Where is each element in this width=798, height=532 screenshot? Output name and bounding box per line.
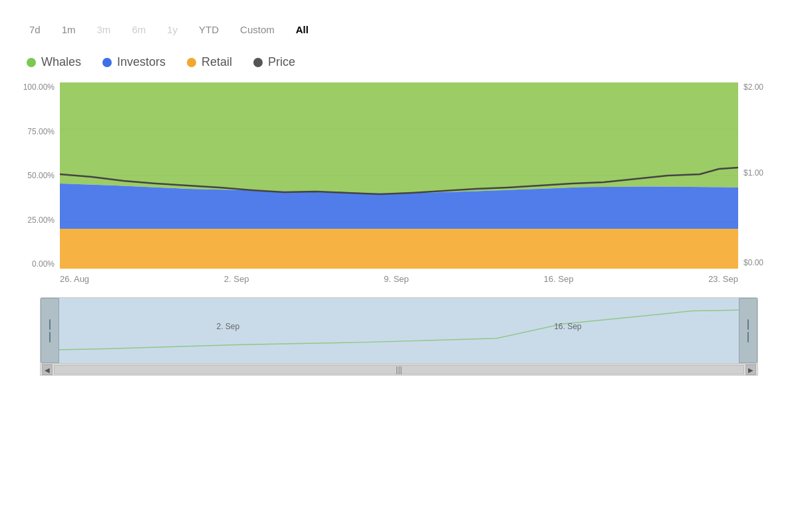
chart-area [60, 82, 738, 269]
y-axis-left-label: 50.00% [27, 171, 55, 180]
time-btn-7d[interactable]: 7d [20, 20, 50, 39]
legend-label-price: Price [268, 55, 295, 69]
scroll-left-arrow[interactable]: ◀ [42, 364, 53, 375]
legend-dot-price [253, 58, 263, 67]
y-axis-left: 100.00%75.00%50.00%25.00%0.00% [20, 82, 60, 269]
time-btn-1m[interactable]: 1m [53, 20, 85, 39]
legend-label-whales: Whales [41, 55, 81, 69]
y-axis-right-label: $1.00 [743, 168, 763, 178]
legend-dot-retail [187, 58, 196, 67]
legend-item-whales[interactable]: Whales [27, 55, 81, 69]
navigator-inner: 2. Sep16. Sep [40, 297, 758, 364]
x-axis-label: 9. Sep [384, 274, 409, 284]
y-axis-left-label: 0.00% [32, 259, 55, 269]
x-axis: 26. Aug2. Sep9. Sep16. Sep23. Sep [60, 269, 738, 284]
scroll-thumb[interactable]: ||| [54, 365, 744, 374]
legend-item-investors[interactable]: Investors [102, 55, 166, 69]
navigator-selection[interactable] [59, 298, 739, 363]
scrollbar: ◀ ||| ▶ [40, 364, 758, 376]
legend-label-investors: Investors [117, 55, 166, 69]
x-axis-label: 26. Aug [60, 274, 89, 284]
main-chart: 100.00%75.00%50.00%25.00%0.00% [20, 82, 778, 269]
legend-dot-whales [27, 58, 36, 67]
time-btn-3m: 3m [88, 20, 120, 39]
time-btn-all[interactable]: All [287, 20, 318, 39]
legend-item-price[interactable]: Price [253, 55, 295, 69]
scroll-right-arrow[interactable]: ▶ [745, 364, 756, 375]
time-btn-1y: 1y [158, 20, 187, 39]
y-axis-right-label: $0.00 [743, 258, 763, 267]
time-btn-6m: 6m [122, 20, 155, 39]
y-axis-left-label: 75.00% [27, 127, 55, 136]
y-axis-right-label: $2.00 [743, 82, 763, 92]
time-btn-ytd[interactable]: YTD [190, 20, 228, 39]
time-controls: 7d1m3m6m1yYTDCustomAll [20, 20, 778, 39]
legend-label-retail: Retail [201, 55, 232, 69]
legend-item-retail[interactable]: Retail [187, 55, 232, 69]
navigator-handle-left[interactable] [41, 298, 59, 363]
chart-legend: Whales Investors Retail Price [20, 55, 778, 69]
x-axis-label: 23. Sep [708, 274, 738, 284]
x-axis-label: 2. Sep [224, 274, 249, 284]
time-btn-custom[interactable]: Custom [231, 20, 284, 39]
x-axis-label: 16. Sep [544, 274, 574, 284]
y-axis-right: $2.00$1.00$0.00 [738, 82, 778, 269]
y-axis-left-label: 25.00% [27, 215, 55, 225]
y-axis-left-label: 100.00% [23, 82, 55, 92]
legend-dot-investors [102, 58, 112, 67]
navigator-handle-right[interactable] [739, 298, 757, 363]
chart-navigator: 2. Sep16. Sep ◀ ||| ▶ [20, 297, 778, 377]
